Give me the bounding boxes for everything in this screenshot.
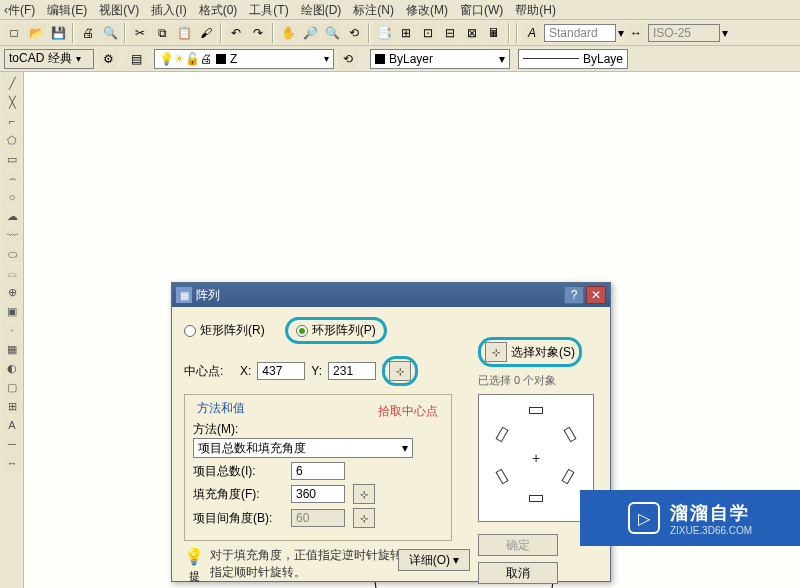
fill-angle-label: 填充角度(F):	[193, 486, 283, 503]
zoom-prev-icon[interactable]: ⟲	[344, 23, 364, 43]
revcloud-icon[interactable]: ☁	[2, 207, 22, 225]
props-icon[interactable]: 📑	[374, 23, 394, 43]
menu-edit[interactable]: 编辑(E)	[47, 2, 87, 17]
text-style-combo[interactable]: ▾	[544, 24, 624, 42]
ok-button[interactable]: 确定	[478, 534, 558, 556]
block-icon[interactable]: ▣	[2, 302, 22, 320]
pan-icon[interactable]: ✋	[278, 23, 298, 43]
workspace-combo[interactable]: toCAD 经典▾	[4, 49, 94, 69]
mtext-icon[interactable]: A	[2, 416, 22, 434]
paste-icon[interactable]: 📋	[174, 23, 194, 43]
gradient-icon[interactable]: ◐	[2, 359, 22, 377]
color-combo[interactable]: ByLayer ▾	[370, 49, 510, 69]
items-input[interactable]	[291, 462, 345, 480]
standard-toolbar: □ 📂 💾 🖨 🔍 ✂ ⧉ 📋 🖌 ↶ ↷ ✋ 🔎 🔍 ⟲ 📑 ⊞ ⊡ ⊟ ⊠ …	[0, 20, 800, 46]
menu-tools[interactable]: 工具(T)	[249, 2, 288, 17]
calc-icon[interactable]: 🖩	[484, 23, 504, 43]
circle-icon[interactable]: ○	[2, 188, 22, 206]
line-icon[interactable]: ╱	[2, 74, 22, 92]
pline-icon[interactable]: ⌐	[2, 112, 22, 130]
insert-icon[interactable]: ⊕	[2, 283, 22, 301]
layer-combo[interactable]: 💡☀🔓🖨 Z ▾	[154, 49, 334, 69]
pick-item-angle-button[interactable]: ⊹	[353, 508, 375, 528]
watermark-url: ZIXUE.3D66.COM	[670, 525, 752, 536]
menu-file[interactable]: ‹件(F)	[4, 2, 35, 17]
sep-icon: ─	[2, 435, 22, 453]
copy-icon[interactable]: ⧉	[152, 23, 172, 43]
pick-fill-angle-button[interactable]: ⊹	[353, 484, 375, 504]
menu-modify[interactable]: 修改(M)	[406, 2, 448, 17]
ellipse-icon[interactable]: ⬭	[2, 245, 22, 263]
spline-icon[interactable]: 〰	[2, 226, 22, 244]
zoom-rt-icon[interactable]: 🔎	[300, 23, 320, 43]
method-combo[interactable]: 项目总数和填充角度▾	[193, 438, 413, 458]
markup-icon[interactable]: ⊠	[462, 23, 482, 43]
menu-window[interactable]: 窗口(W)	[460, 2, 503, 17]
xline-icon[interactable]: ╳	[2, 93, 22, 111]
redo-icon[interactable]: ↷	[248, 23, 268, 43]
dialog-titlebar[interactable]: ▦ 阵列 ? ✕	[172, 283, 610, 307]
ellipse-arc-icon[interactable]: ⌓	[2, 264, 22, 282]
selected-count-label: 已选择 0 个对象	[478, 373, 598, 388]
layer-props-icon[interactable]: ▤	[126, 49, 146, 69]
save-icon[interactable]: 💾	[48, 23, 68, 43]
hatch-icon[interactable]: ▦	[2, 340, 22, 358]
menu-view[interactable]: 视图(V)	[99, 2, 139, 17]
arc-icon[interactable]: ⌢	[2, 169, 22, 187]
annotation-text: 拾取中心点	[378, 403, 438, 420]
table-icon[interactable]: ⊞	[2, 397, 22, 415]
ssm-icon[interactable]: ⊟	[440, 23, 460, 43]
tool-pal-icon[interactable]: ⊡	[418, 23, 438, 43]
dc-icon[interactable]: ⊞	[396, 23, 416, 43]
menu-insert[interactable]: 插入(I)	[151, 2, 186, 17]
method-label: 方法(M):	[193, 421, 443, 438]
open-icon[interactable]: 📂	[26, 23, 46, 43]
item-angle-input	[291, 509, 345, 527]
select-objects-button[interactable]: ⊹ 选择对象(S)	[478, 337, 582, 367]
array-preview: +	[478, 394, 594, 522]
center-x-input[interactable]	[257, 362, 305, 380]
menu-format[interactable]: 格式(0)	[199, 2, 238, 17]
undo-icon[interactable]: ↶	[226, 23, 246, 43]
plot-icon[interactable]: 🖨	[78, 23, 98, 43]
cut-icon[interactable]: ✂	[130, 23, 150, 43]
array-dialog: ▦ 阵列 ? ✕ 矩形阵列(R) 环形阵列(P)	[171, 282, 611, 582]
dialog-title-text: 阵列	[196, 287, 220, 304]
menu-draw[interactable]: 绘图(D)	[301, 2, 342, 17]
new-icon[interactable]: □	[4, 23, 24, 43]
match-icon[interactable]: 🖌	[196, 23, 216, 43]
rect-icon[interactable]: ▭	[2, 150, 22, 168]
watermark-logo-icon: ▷	[628, 502, 660, 534]
layer-toolbar: toCAD 经典▾ ⚙ ▤ 💡☀🔓🖨 Z ▾ ⟲ ByLayer ▾ ByLay…	[0, 46, 800, 72]
layer-prev-icon[interactable]: ⟲	[338, 49, 358, 69]
point-icon[interactable]: ·	[2, 321, 22, 339]
dialog-close-icon[interactable]: ✕	[586, 286, 606, 304]
details-button[interactable]: 详细(O) ▾	[398, 549, 470, 571]
preview-icon[interactable]: 🔍	[100, 23, 120, 43]
menu-help[interactable]: 帮助(H)	[515, 2, 556, 17]
items-label: 项目总数(I):	[193, 463, 283, 480]
pick-center-button[interactable]: ⊹	[389, 361, 411, 381]
x-label: X:	[240, 364, 251, 378]
y-label: Y:	[311, 364, 322, 378]
dim-style-input[interactable]	[648, 24, 720, 42]
region-icon[interactable]: ▢	[2, 378, 22, 396]
linetype-combo[interactable]: ByLaye	[518, 49, 628, 69]
center-y-input[interactable]	[328, 362, 376, 380]
polar-array-radio[interactable]: 环形阵列(P)	[285, 317, 387, 344]
fill-angle-input[interactable]	[291, 485, 345, 503]
text-style-input[interactable]	[544, 24, 616, 42]
polygon-icon[interactable]: ⬠	[2, 131, 22, 149]
dist-icon[interactable]: ↔	[2, 454, 22, 472]
item-angle-label: 项目间角度(B):	[193, 510, 283, 527]
rect-array-radio[interactable]: 矩形阵列(R)	[184, 322, 265, 339]
draw-toolbar: ╱ ╳ ⌐ ⬠ ▭ ⌢ ○ ☁ 〰 ⬭ ⌓ ⊕ ▣ · ▦ ◐ ▢ ⊞ A ─ …	[0, 72, 24, 588]
cancel-button[interactable]: 取消	[478, 562, 558, 584]
dialog-help-icon[interactable]: ?	[564, 286, 584, 304]
dim-style-combo[interactable]: ▾	[648, 24, 728, 42]
menu-dim[interactable]: 标注(N)	[353, 2, 394, 17]
dimstyle-icon[interactable]: ↔	[626, 23, 646, 43]
zoom-win-icon[interactable]: 🔍	[322, 23, 342, 43]
ws-settings-icon[interactable]: ⚙	[98, 49, 118, 69]
textstyle-icon[interactable]: A	[522, 23, 542, 43]
